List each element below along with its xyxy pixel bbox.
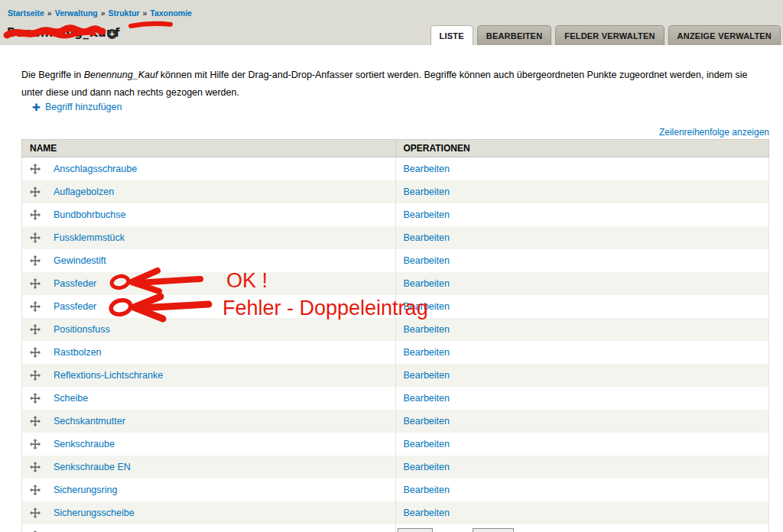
table-row: SenkschraubeBearbeiten (22, 433, 769, 456)
show-row-weights[interactable]: Zeilenreihenfolge anzeigen (659, 127, 769, 138)
drag-handle-icon[interactable] (30, 347, 41, 358)
table-row: PassfederBearbeiten (22, 272, 769, 295)
column-header-operations: OPERATIONEN (395, 140, 769, 157)
edit-term-link[interactable]: Bearbeiten (404, 164, 450, 174)
drag-handle-icon[interactable] (30, 209, 41, 220)
plus-icon: ✚ (32, 102, 41, 112)
term-name-link[interactable]: Rastbolzen (54, 347, 102, 358)
edit-term-link[interactable]: Bearbeiten (404, 324, 450, 335)
add-term-action[interactable]: ✚ Begriff hinzufügen (32, 102, 122, 112)
breadcrumb-link-taxonomie[interactable]: Taxonomie (150, 8, 192, 18)
breadcrumb-link-verwaltung[interactable]: Verwaltung (55, 8, 98, 18)
table-row: ScheibeBearbeiten (22, 387, 769, 410)
partial-element (398, 528, 433, 532)
breadcrumb-link-struktur[interactable]: Struktur (109, 8, 140, 18)
edit-term-link[interactable]: Bearbeiten (404, 485, 450, 495)
term-name-link[interactable]: Senkschraube EN (54, 462, 131, 472)
edit-term-link[interactable]: Bearbeiten (404, 278, 450, 289)
page-title: Benennung_Kauf (7, 26, 120, 40)
edit-term-link[interactable]: Bearbeiten (404, 209, 450, 220)
drag-handle-icon[interactable] (30, 301, 41, 312)
drag-handle-icon[interactable] (30, 370, 41, 381)
vocabulary-description: Die Begriffe in Benennung_Kauf können mi… (21, 66, 759, 101)
table-row: AuflagebolzenBearbeiten (22, 180, 769, 203)
tab-bearbeiten[interactable]: BEARBEITEN (477, 25, 552, 45)
add-term-link[interactable]: Begriff hinzufügen (45, 102, 122, 112)
term-name-link[interactable]: Fussklemmstück (54, 232, 125, 243)
term-name-link[interactable]: Passfeder (54, 278, 96, 289)
term-name-link[interactable]: Reflextions-Lichtschranke (54, 370, 163, 381)
drag-handle-icon[interactable] (30, 187, 41, 197)
term-name-link[interactable]: Sechskantmutter (54, 416, 125, 427)
drag-handle-icon[interactable] (30, 485, 41, 495)
drag-handle-icon[interactable] (30, 232, 41, 243)
column-header-name: NAME (22, 140, 396, 157)
taxonomy-term-table: NAME OPERATIONEN AnschlagsschraubeBearbe… (21, 139, 769, 532)
table-row: SicherungsringBearbeiten (22, 478, 769, 501)
description-text-before: Die Begriffe in (21, 70, 84, 80)
term-name-link[interactable]: Bundbohrbuchse (54, 209, 126, 220)
drag-handle-icon[interactable] (30, 278, 41, 289)
drag-handle-icon[interactable] (30, 439, 41, 449)
tab-anzeige-verwalten[interactable]: ANZEIGE VERWALTEN (668, 25, 781, 45)
term-name-link[interactable]: Gewindestift (54, 255, 106, 266)
edit-term-link[interactable]: Bearbeiten (404, 416, 450, 427)
table-row: Bearbeiten (22, 524, 769, 532)
term-name-link[interactable]: Sicherungsscheibe (54, 508, 135, 518)
drag-handle-icon[interactable] (30, 255, 41, 266)
term-name-link[interactable]: Sicherungsring (54, 485, 117, 495)
table-row: GewindestiftBearbeiten (22, 249, 769, 272)
edit-term-link[interactable]: Bearbeiten (404, 347, 450, 358)
edit-term-link[interactable]: Bearbeiten (404, 508, 450, 518)
show-row-weights-link[interactable]: Zeilenreihenfolge anzeigen (659, 127, 769, 138)
breadcrumb-separator: » (47, 8, 52, 18)
table-row: Reflextions-LichtschrankeBearbeiten (22, 364, 769, 387)
table-row: SicherungsscheibeBearbeiten (22, 501, 769, 524)
primary-tabs: LISTEBEARBEITENFELDER VERWALTENANZEIGE V… (430, 25, 781, 45)
term-name-link[interactable]: Positionsfuss (54, 324, 110, 335)
table-row: SechskantmutterBearbeiten (22, 410, 769, 433)
edit-term-link[interactable]: Bearbeiten (404, 393, 450, 404)
vocabulary-name-emphasis: Benennung_Kauf (84, 70, 158, 80)
edit-term-link[interactable]: Bearbeiten (404, 301, 450, 312)
term-name-link[interactable]: Scheibe (54, 393, 88, 404)
term-name-link[interactable]: Anschlagsschraube (54, 164, 137, 174)
table-row: BundbohrbuchseBearbeiten (22, 203, 769, 226)
table-row: PositionsfussBearbeiten (22, 318, 769, 341)
breadcrumb: Startseite»Verwaltung»Struktur»Taxonomie (8, 8, 192, 18)
edit-term-link[interactable]: Bearbeiten (404, 370, 450, 381)
breadcrumb-separator: » (142, 8, 147, 18)
table-row: FussklemmstückBearbeiten (22, 226, 769, 249)
edit-term-link[interactable]: Bearbeiten (404, 462, 450, 472)
drag-handle-icon[interactable] (30, 324, 41, 335)
breadcrumb-link-startseite[interactable]: Startseite (8, 8, 44, 18)
edit-term-link[interactable]: Bearbeiten (404, 439, 450, 449)
tab-felder-verwalten[interactable]: FELDER VERWALTEN (555, 25, 664, 45)
table-header-row: NAME OPERATIONEN (22, 140, 769, 157)
table-row: Senkschraube ENBearbeiten (22, 456, 769, 478)
tab-liste[interactable]: LISTE (430, 25, 473, 45)
term-name-link[interactable]: Senkschraube (54, 439, 115, 449)
drag-handle-icon[interactable] (30, 164, 41, 174)
drag-handle-icon[interactable] (30, 508, 41, 518)
header-band: Startseite»Verwaltung»Struktur»Taxonomie… (0, 0, 783, 45)
edit-term-link[interactable]: Bearbeiten (404, 255, 450, 266)
table-row: PassfederBearbeiten (22, 295, 769, 318)
table-row: RastbolzenBearbeiten (22, 341, 769, 364)
term-name-link[interactable]: Passfeder (54, 301, 96, 312)
drag-handle-icon[interactable] (30, 393, 41, 404)
add-to-shortcuts-icon[interactable]: + (107, 29, 117, 39)
edit-term-link[interactable]: Bearbeiten (404, 187, 450, 197)
drag-handle-icon[interactable] (30, 416, 41, 427)
drag-handle-icon[interactable] (30, 462, 41, 472)
breadcrumb-separator: » (101, 8, 106, 18)
table-row: AnschlagsschraubeBearbeiten (22, 157, 769, 180)
partial-element (473, 528, 514, 532)
term-name-link[interactable]: Auflagebolzen (54, 187, 114, 197)
edit-term-link[interactable]: Bearbeiten (404, 232, 450, 243)
